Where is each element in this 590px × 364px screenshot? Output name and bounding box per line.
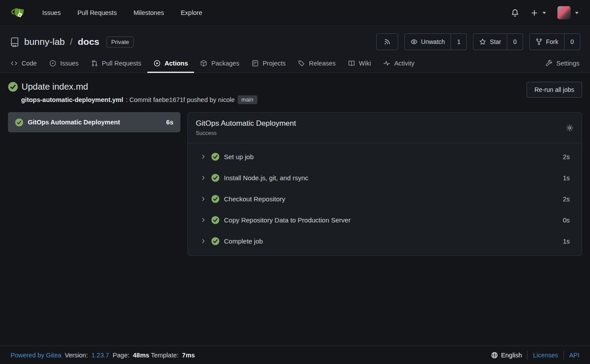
job-steps-panel: GitOps Automatic Deployment Success xyxy=(187,112,582,256)
tab-wiki[interactable]: Wiki xyxy=(342,55,377,73)
repo-name-link[interactable]: docs xyxy=(78,36,99,47)
panel-job-title: GitOps Automatic Deployment xyxy=(196,119,296,128)
rerun-all-jobs-button[interactable]: Re-run all jobs xyxy=(527,82,582,98)
step-name: Complete job xyxy=(224,237,263,245)
job-success-check-icon xyxy=(15,118,23,127)
eye-icon xyxy=(410,38,418,45)
footer-divider xyxy=(564,351,564,360)
star-button[interactable]: Star xyxy=(473,34,507,50)
chevron-right-icon[interactable] xyxy=(201,238,206,244)
top-navbar: Issues Pull Requests Milestones Explore xyxy=(0,0,590,26)
chevron-right-icon[interactable] xyxy=(201,154,206,160)
chevron-right-icon[interactable] xyxy=(201,175,206,181)
project-icon xyxy=(252,60,259,67)
create-new-caret-icon xyxy=(542,12,546,14)
nav-item-explore[interactable]: Explore xyxy=(181,9,202,16)
powered-by-gitea-link[interactable]: Powered by Gitea xyxy=(11,352,61,359)
unwatch-button[interactable]: Unwatch xyxy=(405,34,451,50)
licenses-link[interactable]: Licenses xyxy=(533,352,558,359)
tab-code[interactable]: Code xyxy=(4,55,43,73)
step-name: Install Node.js, git, and rsync xyxy=(224,174,308,182)
step-duration: 2s xyxy=(563,153,570,160)
notifications-bell-icon[interactable] xyxy=(511,9,519,17)
tab-projects[interactable]: Projects xyxy=(246,55,292,73)
page-time-label: Page: xyxy=(113,352,129,359)
api-link[interactable]: API xyxy=(569,352,579,359)
fork-button[interactable]: Fork xyxy=(530,34,564,50)
code-icon xyxy=(11,60,18,67)
play-circle-icon xyxy=(154,60,161,67)
step-row-copy[interactable]: Copy Repository Data to Production Serve… xyxy=(188,209,582,230)
private-badge: Private xyxy=(106,36,134,47)
branch-badge[interactable]: main xyxy=(238,95,257,104)
nav-item-pull-requests[interactable]: Pull Requests xyxy=(77,9,117,16)
git-pull-request-icon xyxy=(91,60,98,67)
chevron-right-icon[interactable] xyxy=(201,217,206,223)
version-label: Version: xyxy=(65,352,88,359)
watch-count[interactable]: 1 xyxy=(451,34,466,50)
repo-tabs: Code Issues Pull Requests Actions xyxy=(0,55,590,73)
check-circle-icon xyxy=(211,237,220,245)
rss-icon[interactable] xyxy=(377,34,398,50)
actions-run-page: Update index.md gitops-automatic-deploym… xyxy=(0,73,590,346)
globe-icon xyxy=(491,352,498,359)
tab-settings[interactable]: Settings xyxy=(539,55,586,73)
fork-button-group: Fork 0 xyxy=(529,33,580,50)
step-duration: 1s xyxy=(563,237,570,245)
tab-activity[interactable]: Activity xyxy=(377,55,421,73)
fork-count[interactable]: 0 xyxy=(564,34,580,50)
job-list-item[interactable]: GitOps Automatic Deployment 6s xyxy=(8,112,180,132)
panel-header: GitOps Automatic Deployment Success xyxy=(188,113,582,143)
step-duration: 2s xyxy=(563,195,570,203)
check-circle-icon xyxy=(211,153,220,161)
step-name: Copy Repository Data to Production Serve… xyxy=(224,216,351,224)
rss-button[interactable] xyxy=(376,33,398,50)
star-count[interactable]: 0 xyxy=(507,34,523,50)
tools-icon xyxy=(546,60,553,67)
user-menu[interactable] xyxy=(557,6,579,19)
create-new-button[interactable] xyxy=(531,9,546,17)
repo-breadcrumb: bunny-lab / docs xyxy=(24,36,99,47)
repo-owner-link[interactable]: bunny-lab xyxy=(24,36,65,47)
page-time-value: 48ms xyxy=(133,352,149,359)
star-icon xyxy=(479,38,486,45)
repo-separator: / xyxy=(70,36,73,47)
step-row-setup[interactable]: Set up job 2s xyxy=(188,146,582,167)
tab-pull-requests[interactable]: Pull Requests xyxy=(85,55,147,73)
nav-item-issues[interactable]: Issues xyxy=(42,9,61,16)
nav-item-milestones[interactable]: Milestones xyxy=(133,9,164,16)
template-time-value: 7ms xyxy=(182,352,195,359)
repo-book-icon xyxy=(10,37,20,47)
tab-packages[interactable]: Packages xyxy=(194,55,246,73)
chevron-right-icon[interactable] xyxy=(201,196,206,202)
gitea-logo-icon[interactable] xyxy=(11,5,26,20)
issue-opened-icon xyxy=(49,60,56,67)
book-open-icon xyxy=(348,60,355,67)
run-success-check-icon xyxy=(8,82,18,92)
step-row-install[interactable]: Install Node.js, git, and rsync 1s xyxy=(188,167,582,188)
tab-issues[interactable]: Issues xyxy=(43,55,85,73)
step-duration: 0s xyxy=(563,216,570,224)
tab-actions[interactable]: Actions xyxy=(147,55,194,73)
run-title: Update index.md xyxy=(22,82,88,92)
check-circle-icon xyxy=(211,195,220,203)
step-name: Set up job xyxy=(224,153,254,160)
git-fork-icon xyxy=(535,38,542,45)
tab-releases[interactable]: Releases xyxy=(292,55,341,73)
language-selector[interactable]: English xyxy=(491,352,522,359)
step-row-complete[interactable]: Complete job 1s xyxy=(188,230,582,251)
workflow-file-name: gitops-automatic-deployment.yml xyxy=(21,96,123,103)
user-menu-caret-icon xyxy=(575,12,579,14)
check-circle-icon xyxy=(211,216,220,224)
star-button-group: Star 0 xyxy=(473,33,523,50)
step-row-checkout[interactable]: Checkout Repository 2s xyxy=(188,188,582,209)
check-circle-icon xyxy=(211,174,220,182)
pulse-icon xyxy=(383,60,390,67)
gear-icon[interactable] xyxy=(566,124,574,132)
user-avatar[interactable] xyxy=(557,6,571,19)
navbar-links: Issues Pull Requests Milestones Explore xyxy=(42,9,202,16)
panel-job-status: Success xyxy=(196,130,296,136)
job-duration: 6s xyxy=(166,119,173,126)
steps-list: Set up job 2s Install Node.js, git, and … xyxy=(188,143,582,255)
version-link[interactable]: 1.23.7 xyxy=(92,352,109,359)
